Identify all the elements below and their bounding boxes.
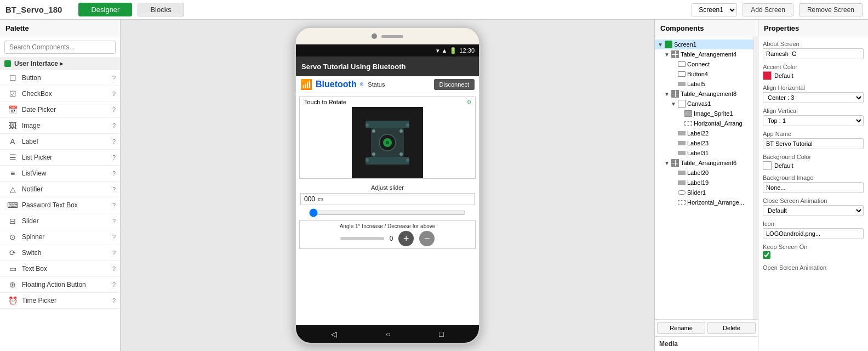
tree-item-label20[interactable]: Label20	[655, 168, 753, 178]
tree-item-label22[interactable]: Label22	[655, 128, 753, 138]
tree-expand[interactable]	[677, 110, 683, 117]
palette-item-date-picker[interactable]: 📅 Date Picker ?	[0, 102, 120, 118]
tree-item-tablearr4[interactable]: ▼ Table_Arrangement4	[655, 49, 753, 59]
palette-help[interactable]: ?	[112, 281, 116, 288]
palette-item-image[interactable]: 🖼 Image ?	[0, 118, 120, 134]
palette-help[interactable]: ?	[112, 106, 116, 113]
palette-item-text-box[interactable]: ▭ Text Box ?	[0, 261, 120, 277]
tree-expand[interactable]	[670, 61, 677, 67]
tree-expand[interactable]: ▼	[664, 51, 670, 58]
search-input[interactable]	[4, 41, 116, 54]
palette-item-label[interactable]: A Label ?	[0, 134, 120, 150]
angle-minus-button[interactable]: −	[419, 231, 435, 246]
add-screen-button[interactable]: Add Screen	[743, 3, 793, 16]
tree-expand[interactable]	[677, 120, 683, 127]
remove-screen-button[interactable]: Remove Screen	[799, 3, 863, 16]
align-h-select[interactable]: Center : 3 Left : 1 Right : 2	[763, 92, 864, 103]
palette-item-switch[interactable]: ⟳ Switch ?	[0, 245, 120, 261]
icon-label: Icon	[763, 220, 864, 227]
tab-blocks[interactable]: Blocks	[138, 3, 184, 16]
tree-item-label31[interactable]: Label31	[655, 148, 753, 158]
tab-designer[interactable]: Designer	[78, 3, 132, 16]
app-name-input[interactable]	[763, 138, 864, 149]
tree-expand[interactable]	[670, 81, 677, 87]
accent-color-label: Accent Color	[763, 64, 864, 70]
palette-help[interactable]: ?	[112, 90, 116, 97]
tree-expand[interactable]	[670, 169, 677, 176]
icon-label	[678, 141, 686, 145]
screen-selector[interactable]: Screen1	[692, 3, 737, 16]
tree-item-tablearr8[interactable]: ▼ Table_Arrangement8	[655, 89, 753, 99]
keep-screen-checkbox[interactable]	[763, 251, 770, 259]
tree-expand[interactable]	[670, 71, 677, 77]
tree-item-label5[interactable]: Label5	[655, 79, 753, 89]
tree-item-canvas1[interactable]: ▼ Canvas1	[655, 99, 753, 109]
tree-expand[interactable]	[670, 199, 677, 206]
palette-label: Switch	[22, 249, 108, 257]
palette-help[interactable]: ?	[112, 234, 116, 240]
palette-help[interactable]: ?	[112, 122, 116, 129]
palette-item-list-picker[interactable]: ☰ List Picker ?	[0, 150, 120, 166]
palette-item-notifier[interactable]: △ Notifier ?	[0, 182, 120, 197]
palette-help[interactable]: ?	[112, 297, 116, 304]
rename-button[interactable]: Rename	[657, 322, 705, 334]
align-v-select[interactable]: Top : 1 Center : 2 Bottom : 3	[763, 115, 864, 126]
tree-expand[interactable]: ▼	[664, 90, 670, 97]
palette-item-floating-action-button[interactable]: ⊕ Floating Action Button ?	[0, 277, 120, 293]
palette-help[interactable]: ?	[112, 138, 116, 145]
tree-item-label19[interactable]: Label19	[655, 178, 753, 188]
palette-item-password-text-box[interactable]: ⌨ Password Text Box ?	[0, 197, 120, 213]
palette-help[interactable]: ?	[112, 170, 116, 177]
tree-item-imagesprite1[interactable]: Image_Sprite1	[655, 109, 753, 118]
close-anim-select[interactable]: Default	[763, 205, 864, 216]
tree-item-horizarr2[interactable]: Horizontal_Arrange...	[655, 197, 753, 207]
tree-expand[interactable]	[670, 130, 677, 137]
palette-help[interactable]: ?	[112, 250, 116, 256]
palette-item-time-picker[interactable]: ⏰ Time Picker ?	[0, 293, 120, 309]
tree-item-screen1[interactable]: ▼ Screen1	[655, 39, 753, 49]
slider-track[interactable]	[309, 208, 466, 217]
palette-help[interactable]: ?	[112, 75, 116, 81]
bg-image-input[interactable]	[763, 182, 864, 193]
palette-item-slider[interactable]: ⊟ Slider ?	[0, 213, 120, 229]
disconnect-button[interactable]: Disconnect	[434, 79, 475, 90]
palette-item-listview[interactable]: ≡ ListView ?	[0, 166, 120, 182]
nav-recent-button[interactable]: □	[439, 330, 443, 338]
svg-point-12	[406, 123, 409, 127]
palette-help[interactable]: ?	[112, 186, 116, 193]
tree-item-horizarr[interactable]: Horizontal_Arrang	[655, 118, 753, 128]
ui-section-header[interactable]: User Interface ▸	[0, 57, 120, 70]
palette-help[interactable]: ?	[112, 202, 116, 208]
palette-help[interactable]: ?	[112, 265, 116, 272]
palette-help[interactable]: ?	[112, 218, 116, 224]
icon-image	[684, 110, 692, 117]
tree-item-button4[interactable]: Button4	[655, 69, 753, 79]
palette-label: Image	[22, 122, 108, 129]
comp-scrollbar[interactable]	[753, 37, 758, 319]
tree-item-tablearr6[interactable]: ▼ Table_Arrangement6	[655, 158, 753, 168]
app-name-row: App Name	[763, 131, 864, 149]
palette-item-spinner[interactable]: ⊙ Spinner ?	[0, 229, 120, 245]
tree-expand[interactable]: ▼	[664, 160, 670, 166]
delete-button[interactable]: Delete	[707, 322, 756, 334]
tree-item-connect[interactable]: Connect	[655, 59, 753, 69]
tree-item-slider1[interactable]: Slider1	[655, 188, 753, 197]
palette-help[interactable]: ?	[112, 154, 116, 161]
palette-item-button[interactable]: ☐ Button ?	[0, 70, 120, 86]
accent-color-swatch[interactable]	[763, 71, 772, 80]
tree-expand[interactable]	[670, 150, 677, 156]
about-screen-input[interactable]	[763, 48, 864, 59]
angle-plus-button[interactable]: +	[398, 231, 414, 246]
bg-color-swatch[interactable]	[763, 161, 772, 170]
tree-item-label23[interactable]: Label23	[655, 138, 753, 148]
tree-expand[interactable]: ▼	[657, 41, 664, 48]
nav-home-button[interactable]: ○	[386, 330, 390, 338]
tree-expand[interactable]: ▼	[670, 100, 677, 107]
tree-expand[interactable]	[670, 140, 677, 146]
palette-item-checkbox[interactable]: ☑ CheckBox ?	[0, 86, 120, 102]
tree-expand[interactable]	[670, 179, 677, 186]
nav-back-button[interactable]: ◁	[331, 330, 337, 338]
icon-input[interactable]	[763, 228, 864, 239]
tree-expand[interactable]	[670, 189, 677, 196]
align-h-label: Align Horizontal	[763, 84, 864, 91]
